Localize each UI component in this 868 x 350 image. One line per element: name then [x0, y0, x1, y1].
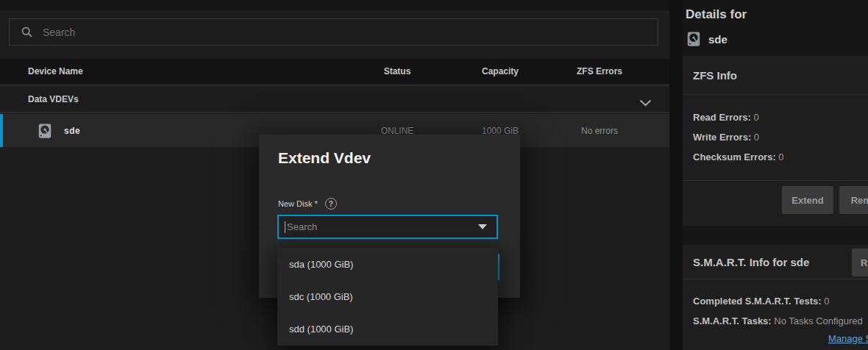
- option-sda[interactable]: sda (1000 GiB): [277, 248, 498, 280]
- text-cursor: [285, 221, 285, 233]
- dialog-title: Extend Vdev: [278, 149, 371, 167]
- hard-disk-icon: [37, 123, 53, 139]
- device-zfs-errors: No errors: [552, 126, 647, 136]
- group-row-data-vdevs[interactable]: Data VDEVs: [0, 85, 669, 113]
- table-header-row: Device Name Status Capacity ZFS Errors: [0, 59, 669, 84]
- details-heading: Details for: [686, 7, 747, 22]
- column-header-status: Status: [346, 66, 449, 76]
- option-sdc[interactable]: sdc (1000 GiB): [277, 280, 498, 312]
- search-input[interactable]: [33, 19, 658, 45]
- details-panel: Details for sde ZFS Info Read Errors: 0 …: [683, 0, 868, 350]
- smart-tasks-stat: S.M.A.R.T. Tasks: No Tasks Configured: [693, 311, 864, 331]
- new-disk-select[interactable]: Search: [277, 215, 498, 239]
- dropdown-arrow-icon[interactable]: [478, 224, 487, 229]
- search-icon: [21, 26, 33, 38]
- column-header-capacity: Capacity: [449, 66, 552, 76]
- manage-smart-tasks-link[interactable]: Manage S.M.A.R.T. Tasks: [828, 333, 868, 344]
- divider: [683, 180, 868, 181]
- remove-button[interactable]: Remove: [839, 186, 868, 214]
- column-header-device-name: Device Name: [0, 66, 346, 76]
- option-sdd[interactable]: sdd (1000 GiB): [277, 313, 498, 346]
- smart-info-card: S.M.A.R.T. Info for sde Run Manual Test …: [683, 245, 868, 350]
- help-icon[interactable]: ?: [325, 198, 337, 210]
- group-label: Data VDEVs: [0, 94, 79, 104]
- column-header-zfs-errors: ZFS Errors: [552, 66, 647, 76]
- details-device-name: sde: [708, 33, 728, 46]
- smart-info-title: S.M.A.R.T. Info for sde: [693, 256, 809, 268]
- focused-field-edge: [498, 254, 499, 280]
- panel-gutter: [669, 0, 683, 350]
- chevron-down-icon[interactable]: [639, 96, 652, 110]
- new-disk-field-label: New Disk *: [278, 199, 318, 208]
- hard-disk-icon: [686, 31, 702, 47]
- zfs-info-title: ZFS Info: [693, 69, 737, 82]
- completed-smart-tests-stat: Completed S.M.A.R.T. Tests: 0: [693, 291, 864, 311]
- disk-options-dropdown: sda (1000 GiB) sdc (1000 GiB) sdd (1000 …: [277, 248, 498, 346]
- extend-button[interactable]: Extend: [782, 186, 833, 214]
- run-manual-test-button[interactable]: Run Manual Test: [852, 249, 868, 276]
- write-errors-stat: Write Errors: 0: [693, 127, 864, 147]
- device-name: sde: [64, 126, 80, 136]
- read-errors-stat: Read Errors: 0: [693, 107, 864, 127]
- zfs-info-card: ZFS Info Read Errors: 0 Write Errors: 0 …: [683, 56, 868, 226]
- device-search-bar[interactable]: [9, 18, 658, 46]
- select-placeholder: Search: [287, 221, 478, 232]
- checksum-errors-stat: Checksum Errors: 0: [693, 147, 864, 167]
